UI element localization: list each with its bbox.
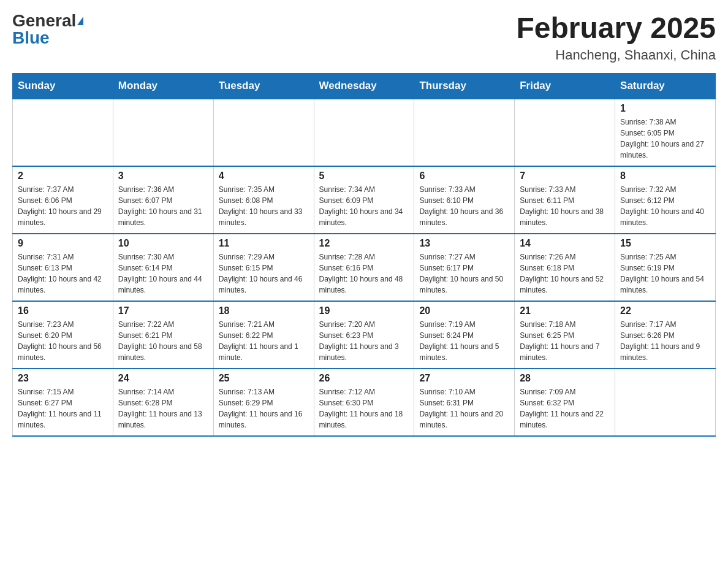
day-info: Sunrise: 7:20 AMSunset: 6:23 PMDaylight:… <box>319 319 409 363</box>
calendar-cell: 23Sunrise: 7:15 AMSunset: 6:27 PMDayligh… <box>13 369 113 436</box>
calendar-cell: 9Sunrise: 7:31 AMSunset: 6:13 PMDaylight… <box>13 234 113 301</box>
calendar-cell <box>314 99 414 166</box>
day-number: 3 <box>118 170 208 182</box>
calendar-cell: 27Sunrise: 7:10 AMSunset: 6:31 PMDayligh… <box>414 369 515 436</box>
day-info: Sunrise: 7:26 AMSunset: 6:18 PMDaylight:… <box>520 251 610 296</box>
calendar-header-sunday: Sunday <box>13 73 113 99</box>
day-number: 23 <box>18 373 108 384</box>
calendar-cell: 20Sunrise: 7:19 AMSunset: 6:24 PMDayligh… <box>414 301 515 369</box>
logo-triangle-icon <box>77 17 83 25</box>
calendar-header-thursday: Thursday <box>414 73 515 99</box>
logo-blue: Blue <box>12 29 50 47</box>
calendar-cell: 2Sunrise: 7:37 AMSunset: 6:06 PMDaylight… <box>13 166 113 234</box>
calendar-week-1: 1Sunrise: 7:38 AMSunset: 6:05 PMDaylight… <box>13 99 716 166</box>
day-info: Sunrise: 7:14 AMSunset: 6:28 PMDaylight:… <box>118 386 208 431</box>
day-number: 12 <box>319 238 409 249</box>
day-number: 11 <box>219 238 309 249</box>
day-number: 18 <box>219 305 309 316</box>
logo: General Blue <box>12 12 83 47</box>
day-number: 25 <box>219 373 309 384</box>
day-number: 15 <box>620 238 710 249</box>
day-number: 26 <box>319 373 409 384</box>
calendar-header-tuesday: Tuesday <box>213 73 314 99</box>
title-area: February 2025 Hancheng, Shaanxi, China <box>516 12 716 63</box>
day-info: Sunrise: 7:38 AMSunset: 6:05 PMDaylight:… <box>620 117 710 161</box>
day-number: 10 <box>118 238 208 249</box>
calendar-week-5: 23Sunrise: 7:15 AMSunset: 6:27 PMDayligh… <box>13 369 716 436</box>
calendar-cell: 6Sunrise: 7:33 AMSunset: 6:10 PMDaylight… <box>414 166 515 234</box>
calendar-cell <box>414 99 515 166</box>
day-number: 1 <box>620 103 710 114</box>
page-header: General Blue February 2025 Hancheng, Sha… <box>12 12 716 63</box>
day-number: 4 <box>219 170 309 182</box>
day-number: 16 <box>18 305 108 316</box>
day-number: 22 <box>620 305 710 316</box>
calendar-cell: 14Sunrise: 7:26 AMSunset: 6:18 PMDayligh… <box>515 234 615 301</box>
day-number: 21 <box>520 305 610 316</box>
day-info: Sunrise: 7:35 AMSunset: 6:08 PMDaylight:… <box>219 184 309 228</box>
calendar-cell: 21Sunrise: 7:18 AMSunset: 6:25 PMDayligh… <box>515 301 615 369</box>
day-number: 27 <box>419 373 509 384</box>
day-info: Sunrise: 7:31 AMSunset: 6:13 PMDaylight:… <box>18 251 108 296</box>
day-info: Sunrise: 7:15 AMSunset: 6:27 PMDaylight:… <box>18 386 108 431</box>
calendar-cell: 5Sunrise: 7:34 AMSunset: 6:09 PMDaylight… <box>314 166 414 234</box>
day-info: Sunrise: 7:12 AMSunset: 6:30 PMDaylight:… <box>319 386 409 431</box>
day-number: 5 <box>319 170 409 182</box>
calendar-cell <box>13 99 113 166</box>
day-info: Sunrise: 7:34 AMSunset: 6:09 PMDaylight:… <box>319 184 409 228</box>
day-info: Sunrise: 7:28 AMSunset: 6:16 PMDaylight:… <box>319 251 409 296</box>
calendar-cell: 8Sunrise: 7:32 AMSunset: 6:12 PMDaylight… <box>615 166 716 234</box>
calendar-week-4: 16Sunrise: 7:23 AMSunset: 6:20 PMDayligh… <box>13 301 716 369</box>
day-info: Sunrise: 7:22 AMSunset: 6:21 PMDaylight:… <box>118 319 208 363</box>
day-number: 28 <box>520 373 610 384</box>
day-number: 20 <box>419 305 509 316</box>
calendar-cell <box>515 99 615 166</box>
calendar-cell <box>113 99 213 166</box>
day-info: Sunrise: 7:19 AMSunset: 6:24 PMDaylight:… <box>419 319 509 363</box>
calendar-cell: 7Sunrise: 7:33 AMSunset: 6:11 PMDaylight… <box>515 166 615 234</box>
day-number: 13 <box>419 238 509 249</box>
logo-general: General <box>12 12 76 29</box>
calendar-cell: 13Sunrise: 7:27 AMSunset: 6:17 PMDayligh… <box>414 234 515 301</box>
day-number: 2 <box>18 170 108 182</box>
day-number: 14 <box>520 238 610 249</box>
calendar-week-2: 2Sunrise: 7:37 AMSunset: 6:06 PMDaylight… <box>13 166 716 234</box>
day-info: Sunrise: 7:25 AMSunset: 6:19 PMDaylight:… <box>620 251 710 296</box>
calendar-cell: 17Sunrise: 7:22 AMSunset: 6:21 PMDayligh… <box>113 301 213 369</box>
day-info: Sunrise: 7:23 AMSunset: 6:20 PMDaylight:… <box>18 319 108 363</box>
day-info: Sunrise: 7:33 AMSunset: 6:11 PMDaylight:… <box>520 184 610 228</box>
calendar-cell: 12Sunrise: 7:28 AMSunset: 6:16 PMDayligh… <box>314 234 414 301</box>
calendar-cell: 22Sunrise: 7:17 AMSunset: 6:26 PMDayligh… <box>615 301 716 369</box>
day-number: 8 <box>620 170 710 182</box>
calendar-cell: 16Sunrise: 7:23 AMSunset: 6:20 PMDayligh… <box>13 301 113 369</box>
calendar-cell <box>615 369 716 436</box>
day-info: Sunrise: 7:10 AMSunset: 6:31 PMDaylight:… <box>419 386 509 431</box>
calendar-cell: 11Sunrise: 7:29 AMSunset: 6:15 PMDayligh… <box>213 234 314 301</box>
calendar-week-3: 9Sunrise: 7:31 AMSunset: 6:13 PMDaylight… <box>13 234 716 301</box>
calendar-cell: 28Sunrise: 7:09 AMSunset: 6:32 PMDayligh… <box>515 369 615 436</box>
calendar-cell: 25Sunrise: 7:13 AMSunset: 6:29 PMDayligh… <box>213 369 314 436</box>
calendar-cell: 3Sunrise: 7:36 AMSunset: 6:07 PMDaylight… <box>113 166 213 234</box>
day-info: Sunrise: 7:33 AMSunset: 6:10 PMDaylight:… <box>419 184 509 228</box>
day-number: 17 <box>118 305 208 316</box>
day-info: Sunrise: 7:32 AMSunset: 6:12 PMDaylight:… <box>620 184 710 228</box>
calendar-header-wednesday: Wednesday <box>314 73 414 99</box>
location: Hancheng, Shaanxi, China <box>516 47 716 63</box>
calendar-table: SundayMondayTuesdayWednesdayThursdayFrid… <box>12 73 716 437</box>
day-info: Sunrise: 7:30 AMSunset: 6:14 PMDaylight:… <box>118 251 208 296</box>
day-info: Sunrise: 7:13 AMSunset: 6:29 PMDaylight:… <box>219 386 309 431</box>
day-number: 24 <box>118 373 208 384</box>
calendar-cell: 10Sunrise: 7:30 AMSunset: 6:14 PMDayligh… <box>113 234 213 301</box>
day-info: Sunrise: 7:27 AMSunset: 6:17 PMDaylight:… <box>419 251 509 296</box>
day-info: Sunrise: 7:09 AMSunset: 6:32 PMDaylight:… <box>520 386 610 431</box>
calendar-cell: 1Sunrise: 7:38 AMSunset: 6:05 PMDaylight… <box>615 99 716 166</box>
day-info: Sunrise: 7:36 AMSunset: 6:07 PMDaylight:… <box>118 184 208 228</box>
month-title: February 2025 <box>516 12 716 45</box>
calendar-header-friday: Friday <box>515 73 615 99</box>
calendar-cell: 18Sunrise: 7:21 AMSunset: 6:22 PMDayligh… <box>213 301 314 369</box>
day-number: 9 <box>18 238 108 249</box>
calendar-cell: 24Sunrise: 7:14 AMSunset: 6:28 PMDayligh… <box>113 369 213 436</box>
calendar-cell: 4Sunrise: 7:35 AMSunset: 6:08 PMDaylight… <box>213 166 314 234</box>
day-info: Sunrise: 7:37 AMSunset: 6:06 PMDaylight:… <box>18 184 108 228</box>
day-info: Sunrise: 7:17 AMSunset: 6:26 PMDaylight:… <box>620 319 710 363</box>
